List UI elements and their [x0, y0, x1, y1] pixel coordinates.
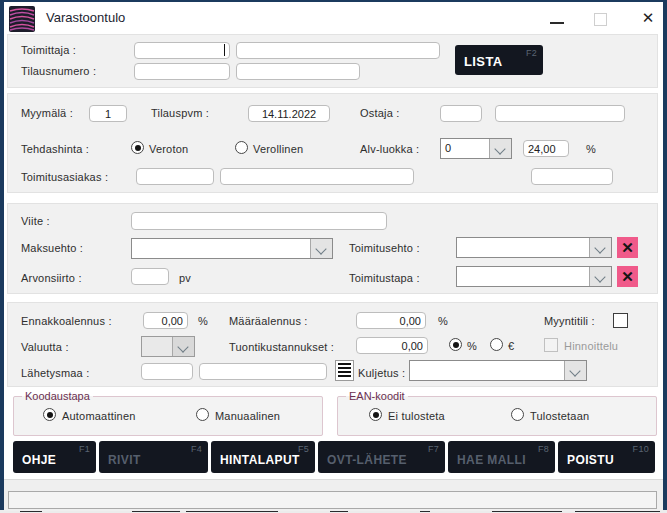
tuonti-euro-label: €	[508, 340, 514, 352]
viite-input[interactable]	[131, 212, 387, 230]
hinnoittelu-label: Hinnoittelu	[564, 340, 618, 352]
toimittaja-label: Toimittaja :	[21, 44, 76, 56]
myymala-input[interactable]	[89, 105, 127, 122]
chevron-down-icon[interactable]	[310, 239, 332, 258]
tehdashinta-label: Tehdashinta :	[21, 143, 89, 155]
rivit-button[interactable]: RIVIT F4	[99, 441, 208, 473]
kuljetus-select[interactable]	[409, 360, 587, 381]
hinnoittelu-checkbox[interactable]	[544, 338, 558, 352]
toimitustapa-clear-button[interactable]: ✕	[617, 266, 638, 287]
tulostetaan-label: Tulostetaan	[530, 410, 589, 422]
tilausnumero-name-input[interactable]	[236, 63, 360, 80]
maaraalennus-label: Määräalennus :	[229, 315, 308, 327]
status-message-box	[8, 491, 657, 509]
ennakkoalennus-label: Ennakkoalennus :	[21, 315, 112, 327]
app-window: Varastoontulo ✕ Toimittaja : Tilausnumer…	[0, 0, 667, 510]
tuonti-euro-radio[interactable]	[490, 338, 503, 351]
chevron-down-icon[interactable]	[589, 267, 611, 286]
alv-luokka-label: Alv-luokka :	[360, 143, 419, 155]
ennakko-percent-sign: %	[198, 315, 208, 327]
chevron-down-icon[interactable]	[172, 337, 194, 356]
maximize-icon[interactable]	[594, 13, 607, 26]
country-list-icon[interactable]	[335, 360, 354, 381]
alv-percent-input[interactable]	[523, 140, 569, 157]
order-panel: Myymälä : Tilauspvm : Ostaja : Tehdashin…	[7, 93, 658, 193]
toimitustapa-label: Toimitustapa :	[349, 272, 420, 284]
toimittaja-name-input[interactable]	[236, 42, 440, 59]
toimitusasiakas-name-input[interactable]	[220, 168, 414, 185]
toimitusasiakas-label: Toimitusasiakas :	[21, 171, 108, 183]
manuaalinen-label: Manuaalinen	[215, 410, 280, 422]
title-bar[interactable]: Varastoontulo ✕	[4, 2, 663, 32]
ostaja-code-input[interactable]	[440, 105, 482, 122]
app-logo-icon	[9, 6, 35, 32]
hae-malli-button[interactable]: HAE MALLI F8	[448, 441, 555, 473]
arvonsiirto-label: Arvonsiirto :	[21, 272, 82, 284]
toimitusasiakas-extra-input[interactable]	[531, 168, 613, 185]
viite-label: Viite :	[21, 215, 50, 227]
ei-tulosteta-radio[interactable]	[369, 408, 382, 421]
alv-luokka-select[interactable]: 0	[440, 138, 512, 159]
tuontikustannukset-label: Tuontikustannukset :	[229, 341, 334, 353]
ei-tulosteta-label: Ei tulosteta	[388, 410, 445, 422]
alv-percent-sign: %	[586, 143, 596, 155]
toimitusasiakas-code-input[interactable]	[136, 168, 214, 185]
verollinen-radio[interactable]	[235, 141, 248, 154]
terms-panel: Viite : Maksuehto : Toimitusehto : ✕ Arv…	[7, 203, 658, 294]
lahetysmaa-name-input[interactable]	[199, 363, 327, 380]
valuutta-select[interactable]	[141, 336, 195, 357]
ohje-button[interactable]: OHJE F1	[13, 441, 96, 473]
chevron-down-icon[interactable]	[489, 139, 511, 158]
ennakkoalennus-input[interactable]	[143, 312, 188, 329]
pv-label: pv	[179, 272, 191, 284]
lahetysmaa-label: Lähetysmaa :	[21, 367, 89, 379]
lahetysmaa-code-input[interactable]	[141, 363, 193, 380]
valuutta-label: Valuutta :	[21, 341, 69, 353]
maksuehto-select[interactable]	[131, 238, 333, 259]
tilausnumero-label: Tilausnumero :	[21, 65, 96, 77]
myymala-label: Myymälä :	[21, 107, 73, 119]
maaraalennus-input[interactable]	[356, 312, 426, 329]
arvonsiirto-input[interactable]	[131, 268, 169, 285]
tulostetaan-radio[interactable]	[511, 408, 524, 421]
tuonti-percent-label: %	[467, 340, 477, 352]
maksuehto-label: Maksuehto :	[21, 242, 83, 254]
toimitusehto-select[interactable]	[456, 237, 612, 258]
status-bar	[4, 479, 663, 511]
lista-button[interactable]: LISTA F2	[455, 45, 543, 75]
ean-koodit-group: EAN-koodit	[337, 390, 657, 436]
ovt-lahete-button[interactable]: OVT-LÄHETE F7	[318, 441, 445, 473]
minimize-icon[interactable]	[550, 22, 564, 24]
hintalaput-button[interactable]: HINTALAPUT F5	[211, 441, 315, 473]
automaattinen-label: Automaattinen	[62, 410, 136, 422]
tuonti-percent-radio[interactable]	[449, 338, 462, 351]
poistu-button[interactable]: POISTU F10	[558, 441, 655, 473]
tilauspvm-input[interactable]	[248, 105, 330, 122]
window-title: Varastoontulo	[46, 10, 125, 25]
verollinen-label: Verollinen	[253, 143, 303, 155]
tuontikustannukset-input[interactable]	[356, 337, 428, 354]
myyntitili-checkbox[interactable]	[613, 313, 628, 328]
text-cursor	[224, 44, 225, 56]
supplier-panel: Toimittaja : Tilausnumero : LISTA F2	[7, 34, 658, 88]
myyntitili-label: Myyntitili :	[544, 315, 595, 327]
ostaja-name-input[interactable]	[495, 105, 625, 122]
veroton-radio[interactable]	[131, 141, 144, 154]
toimitusehto-clear-button[interactable]: ✕	[617, 237, 638, 258]
chevron-down-icon[interactable]	[589, 238, 611, 257]
toimitustapa-select[interactable]	[456, 266, 612, 287]
manuaalinen-radio[interactable]	[196, 408, 209, 421]
kuljetus-label: Kuljetus :	[358, 367, 405, 379]
costs-panel: Ennakkoalennus : % Määräalennus : % Myyn…	[7, 302, 658, 387]
veroton-label: Veroton	[149, 143, 188, 155]
tilauspvm-label: Tilauspvm :	[151, 107, 209, 119]
chevron-down-icon[interactable]	[564, 361, 586, 380]
close-icon[interactable]: ✕	[638, 8, 658, 28]
automaattinen-radio[interactable]	[43, 408, 56, 421]
toimitusehto-label: Toimitusehto :	[349, 242, 420, 254]
koodaustapa-legend: Koodaustapa	[22, 390, 93, 402]
ostaja-label: Ostaja :	[360, 107, 400, 119]
lista-fkey: F2	[526, 48, 537, 58]
tilausnumero-code-input[interactable]	[134, 63, 230, 80]
toimittaja-code-input[interactable]	[134, 42, 230, 59]
